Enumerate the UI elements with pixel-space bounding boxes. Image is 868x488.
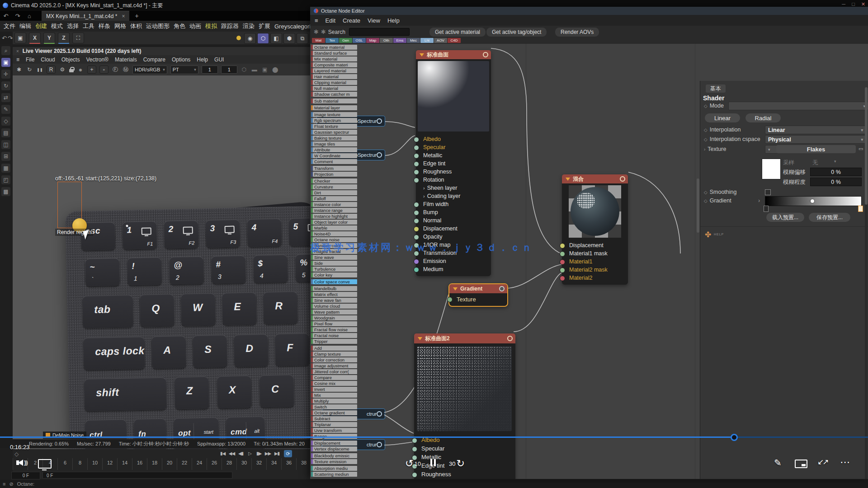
lv-menu-item[interactable]: File [26, 56, 34, 63]
kernel-dropdown[interactable]: PT▾ [170, 66, 198, 74]
video-scrubber[interactable] [731, 434, 738, 441]
search-input[interactable] [349, 28, 410, 36]
library-item[interactable]: Switch [311, 404, 357, 409]
port-dot[interactable] [412, 446, 417, 452]
input-port[interactable]: Texture [449, 294, 507, 304]
library-item[interactable]: Sine wave [311, 255, 357, 260]
cspace-dropdown[interactable]: Physical▾ [765, 135, 866, 144]
port-dot[interactable] [414, 235, 419, 240]
playback-button[interactable]: ▶▮ [274, 451, 280, 456]
menu-item[interactable]: 编辑 [19, 22, 31, 30]
tool-icon[interactable]: ▤ [1, 128, 10, 137]
library-item[interactable]: Transform [311, 166, 357, 171]
library-item[interactable]: Multiply [311, 399, 357, 404]
volume-button[interactable]: ))) [16, 459, 27, 466]
shrink-button[interactable]: ↙↗ [817, 457, 828, 467]
tool-icon[interactable]: ⇄ [1, 93, 10, 102]
menu-item[interactable]: 模拟 [205, 22, 217, 30]
gradient-stop-left[interactable] [764, 206, 769, 212]
port-dot[interactable] [447, 297, 453, 302]
port-dot[interactable] [560, 259, 565, 265]
input-port[interactable]: › Specular [416, 143, 491, 151]
playback-button[interactable]: ◀◀ [228, 451, 235, 456]
lv-menu-item[interactable]: Options [172, 56, 190, 63]
library-item[interactable]: Standard surface [311, 51, 357, 56]
node-graph[interactable]: oSpectrur oSpectrur ctrur ctrur 标准曲面 [310, 44, 868, 479]
library-item[interactable]: Dirt [311, 190, 357, 195]
linear-button[interactable]: Linear [705, 113, 740, 122]
library-item[interactable]: Clipping material [311, 80, 357, 85]
node-editor-menu-item[interactable]: View [368, 17, 380, 24]
menu-item[interactable]: 模式 [51, 22, 63, 30]
node-header[interactable]: 标准曲面2 [414, 333, 515, 343]
port-dot[interactable] [560, 276, 565, 281]
node-gradient[interactable]: Gradient Texture [448, 283, 508, 307]
playback-button[interactable]: ▶▶ [264, 451, 271, 456]
library-item[interactable]: Tripper [311, 339, 357, 344]
menu-item[interactable]: 体积 [130, 22, 142, 30]
tab-close-icon[interactable]: × [122, 13, 125, 19]
smoothing-checkbox[interactable] [765, 189, 771, 195]
undo-icon[interactable]: ↶ [0, 13, 12, 19]
library-item[interactable]: Mix material [311, 56, 357, 61]
live-viewer-close-icon[interactable]: × [16, 49, 19, 54]
library-item[interactable]: Image adjustment [311, 363, 357, 368]
input-port[interactable]: Roughness [414, 470, 515, 479]
library-item[interactable]: Pixel flow [311, 321, 357, 326]
node-standard-surface-2[interactable]: 标准曲面2 Albedo Specular Metallic [414, 333, 515, 479]
library-item[interactable]: Vertex displaceme [311, 446, 357, 451]
category-tab[interactable]: Mec [407, 38, 420, 43]
output-port[interactable] [507, 336, 513, 341]
add-region-icon[interactable]: + [87, 66, 96, 74]
input-port[interactable]: Specular [414, 444, 515, 453]
input-port[interactable]: › Medium [416, 265, 491, 273]
redo-icon[interactable]: ↷ [12, 13, 24, 19]
blur-offset-field[interactable]: 0 % [810, 168, 862, 176]
lv-menu-item[interactable]: Materials [115, 56, 137, 63]
category-tab[interactable]: AOV [434, 38, 447, 43]
hamburger-icon[interactable]: ≡ [315, 17, 318, 24]
collapse-arrow-icon[interactable] [453, 287, 458, 291]
playback-button[interactable]: ▮▶ [255, 451, 262, 456]
input-port[interactable]: › Emission [416, 257, 491, 265]
category-tab[interactable]: Oth [380, 38, 393, 43]
library-item[interactable]: Falloff [311, 196, 357, 201]
collapse-arrow-icon[interactable] [566, 178, 570, 181]
library-item[interactable]: Octane gradient [311, 410, 357, 415]
octane-fan-icon[interactable]: ✱ [15, 66, 23, 73]
output-port[interactable] [620, 176, 625, 182]
library-item[interactable]: Woodgrain [311, 315, 357, 320]
library-item[interactable]: Baking texture [311, 136, 357, 141]
bar-icon[interactable]: ▬ [251, 66, 258, 73]
lv-menu-item[interactable]: Objects [61, 56, 80, 63]
library-item[interactable]: Color key [311, 272, 357, 277]
samples-field-2[interactable]: 1 [221, 66, 237, 74]
colorspace-dropdown[interactable]: HDR/sRGB▾ [132, 66, 167, 74]
menu-item[interactable]: 样条 [99, 22, 110, 30]
library-item[interactable]: Cosine mix [311, 381, 357, 386]
axis-y-toggle[interactable]: Y [43, 33, 55, 44]
library-item[interactable]: Clamp texture [311, 352, 357, 357]
menu-item[interactable]: 跟踪器 [221, 22, 239, 30]
library-item[interactable]: Color correction [311, 357, 357, 362]
port-dot[interactable] [414, 145, 419, 150]
document-tab[interactable]: MX Keys Mini...t_1_mat.c4d * × [42, 11, 129, 21]
node-header[interactable]: 标准曲面 [416, 50, 491, 59]
category-tab[interactable]: Gen [339, 38, 352, 43]
input-port[interactable]: Metallic [414, 453, 515, 461]
library-item[interactable]: Image tiles [311, 141, 357, 146]
output-port[interactable] [377, 152, 382, 158]
input-port[interactable]: › Opacity [416, 233, 491, 241]
library-item[interactable]: Marble [311, 225, 357, 230]
octane-icon-4[interactable]: ⧉ [297, 33, 308, 44]
library-item[interactable]: Material layer [311, 105, 357, 110]
category-tab[interactable]: Tex [326, 38, 339, 43]
tool-icon[interactable]: ✛ [1, 70, 10, 79]
port-dot[interactable] [414, 267, 419, 272]
lv-menu-item[interactable]: Cloud [41, 56, 55, 63]
playback-button[interactable]: ◀▮ [237, 451, 244, 456]
library-item[interactable]: Wave pattern [311, 310, 357, 314]
port-dot[interactable] [414, 169, 419, 175]
axis-x-toggle[interactable]: X [29, 33, 41, 44]
hamburger-icon[interactable]: ≡ [16, 56, 19, 63]
